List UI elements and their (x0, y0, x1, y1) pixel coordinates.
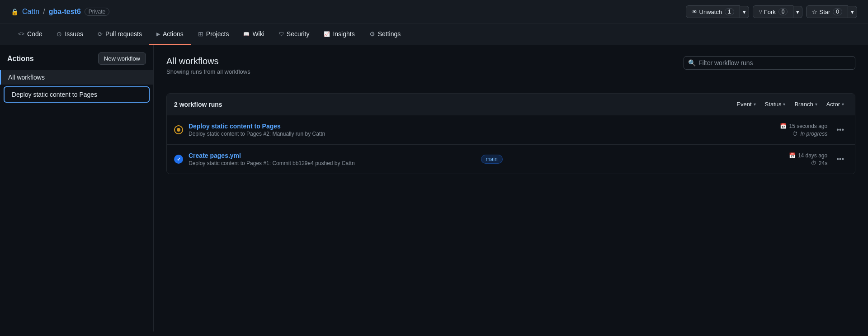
star-button[interactable]: ☆ Star 0 (806, 5, 848, 18)
top-bar-actions: 👁 Unwatch 1 ▾ ⑂ Fork 0 ▾ ☆ Star 0 (686, 5, 857, 18)
filter-branch-button[interactable]: Branch ▾ (791, 99, 821, 109)
clock-icon: ⏱ (793, 131, 798, 137)
nav-tabs: <> Code ⊙ Issues ⟳ Pull requests ▶ Actio… (0, 24, 868, 45)
top-bar: 🔒 Cattn / gba-test6 Private 👁 Unwatch 1 … (0, 0, 868, 24)
calendar-icon: 📅 (789, 152, 796, 159)
issues-icon: ⊙ (57, 30, 62, 38)
chevron-down-icon: ▾ (754, 102, 756, 107)
clock-icon: ⏱ (811, 160, 816, 166)
run-more-button[interactable]: ••• (833, 124, 848, 136)
fork-button[interactable]: ⑂ Fork 0 (753, 5, 794, 18)
filter-wrap: 🔍 (684, 56, 855, 70)
run-info: Create pages.yml Deploy static content t… (189, 152, 476, 166)
content-area: All workflows Showing runs from all work… (154, 45, 868, 331)
tab-insights[interactable]: 📈 Insights (316, 24, 362, 45)
filter-input[interactable] (684, 56, 855, 70)
run-time-ago: 📅 15 seconds ago (780, 123, 827, 129)
page-subtitle: Showing runs from all workflows (166, 68, 250, 75)
tab-actions[interactable]: ▶ Actions (149, 24, 191, 45)
actions-icon: ▶ (156, 31, 160, 37)
runs-count: 2 workflow runs (174, 101, 222, 108)
lock-icon: 🔒 (11, 8, 19, 15)
main-layout: Actions New workflow All workflows Deplo… (0, 45, 868, 331)
tab-issues[interactable]: ⊙ Issues (49, 24, 90, 45)
inprogress-dot (177, 128, 180, 132)
chart-icon: 📈 (324, 31, 330, 37)
runs-header: 2 workflow runs Event ▾ Status ▾ Branch … (167, 94, 855, 115)
repo-name[interactable]: gba-test6 (49, 8, 81, 16)
calendar-icon: 📅 (780, 123, 787, 129)
chevron-down-icon: ▾ (743, 9, 746, 15)
tab-security[interactable]: 🛡 Security (272, 24, 317, 45)
chevron-down-icon: ▾ (842, 102, 844, 107)
page-title: All workflows (166, 56, 250, 66)
run-time: 📅 14 days ago ⏱ 24s (773, 152, 827, 166)
filter-status-button[interactable]: Status ▾ (761, 99, 789, 109)
chevron-down-icon: ▾ (796, 9, 799, 15)
projects-icon: ⊞ (198, 30, 203, 38)
chevron-down-icon: ▾ (851, 9, 854, 15)
status-inprogress-icon (174, 125, 183, 134)
fork-group: ⑂ Fork 0 ▾ (753, 5, 803, 18)
unwatch-dropdown[interactable]: ▾ (740, 6, 749, 18)
chevron-down-icon: ▾ (815, 102, 817, 107)
unwatch-button[interactable]: 👁 Unwatch 1 (686, 5, 740, 18)
tab-code[interactable]: <> Code (11, 24, 49, 45)
branch-badge: main (481, 155, 503, 164)
run-description: Deploy static content to Pages #1: Commi… (189, 160, 476, 166)
tab-wiki[interactable]: 📖 Wiki (236, 24, 271, 45)
checkmark-icon: ✓ (177, 156, 181, 162)
star-icon: ☆ (812, 9, 817, 15)
repo-separator: / (43, 8, 45, 16)
run-row[interactable]: ✓ Create pages.yml Deploy static content… (167, 145, 855, 174)
fork-icon: ⑂ (759, 9, 762, 15)
sidebar-title: Actions (7, 55, 34, 63)
fork-dropdown[interactable]: ▾ (793, 6, 802, 18)
filter-event-button[interactable]: Event ▾ (733, 99, 759, 109)
repo-info: 🔒 Cattn / gba-test6 Private (11, 8, 109, 16)
gear-icon: ⚙ (369, 30, 375, 38)
unwatch-group: 👁 Unwatch 1 ▾ (686, 5, 749, 18)
run-duration: ⏱ 24s (811, 160, 827, 166)
content-header: All workflows Showing runs from all work… (166, 56, 250, 75)
tab-projects[interactable]: ⊞ Projects (191, 24, 236, 45)
chevron-down-icon: ▾ (783, 102, 785, 107)
runs-table: 2 workflow runs Event ▾ Status ▾ Branch … (166, 93, 855, 174)
status-success-icon: ✓ (174, 155, 183, 164)
eye-icon: 👁 (692, 9, 698, 15)
tab-pull-requests[interactable]: ⟳ Pull requests (90, 24, 149, 45)
new-workflow-button[interactable]: New workflow (98, 52, 146, 65)
sidebar: Actions New workflow All workflows Deplo… (0, 45, 154, 331)
code-icon: <> (18, 31, 24, 37)
shield-icon: 🛡 (279, 31, 284, 37)
run-time: 📅 15 seconds ago ⏱ In progress (773, 123, 827, 137)
run-duration: ⏱ In progress (793, 131, 827, 137)
sidebar-header: Actions New workflow (0, 52, 153, 70)
pr-icon: ⟳ (98, 31, 103, 38)
runs-filters: Event ▾ Status ▾ Branch ▾ Actor ▾ (733, 99, 848, 109)
tab-settings[interactable]: ⚙ Settings (362, 24, 408, 45)
filter-actor-button[interactable]: Actor ▾ (823, 99, 848, 109)
run-row[interactable]: Deploy static content to Pages Deploy st… (167, 115, 855, 145)
run-badge-area: main (481, 155, 768, 164)
star-dropdown[interactable]: ▾ (848, 6, 857, 18)
run-more-button[interactable]: ••• (833, 153, 848, 165)
star-group: ☆ Star 0 ▾ (806, 5, 857, 18)
run-title: Create pages.yml (189, 152, 476, 159)
run-description: Deploy static content to Pages #2: Manua… (189, 131, 476, 137)
repo-owner[interactable]: Cattn (22, 8, 39, 16)
search-icon: 🔍 (688, 59, 696, 66)
run-title: Deploy static content to Pages (189, 123, 476, 130)
run-info: Deploy static content to Pages Deploy st… (189, 123, 476, 137)
sidebar-item-deploy-static[interactable]: Deploy static content to Pages (4, 86, 150, 103)
wiki-icon: 📖 (243, 31, 250, 37)
run-time-ago: 📅 14 days ago (789, 152, 827, 159)
private-badge: Private (85, 8, 109, 16)
sidebar-item-all-workflows[interactable]: All workflows (0, 70, 153, 85)
